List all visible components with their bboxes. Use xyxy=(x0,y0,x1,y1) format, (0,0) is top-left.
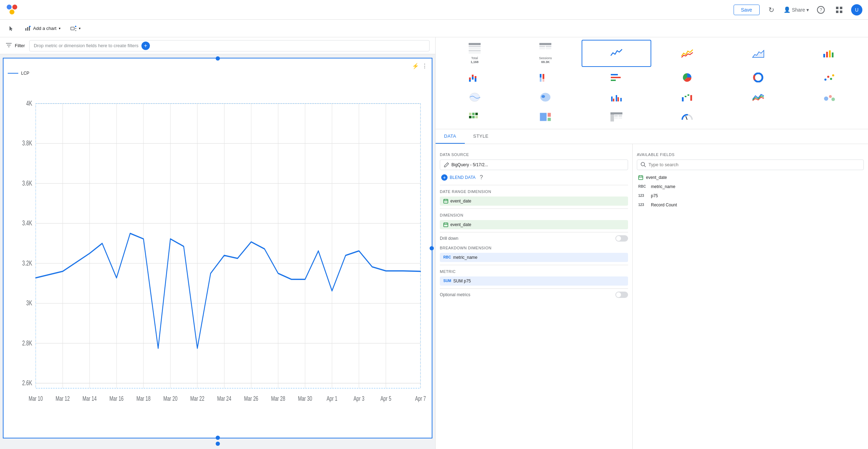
blend-add-icon: + xyxy=(441,174,448,181)
help-button[interactable]: ? xyxy=(815,4,827,16)
drill-down-toggle[interactable] xyxy=(615,235,628,242)
svg-point-138 xyxy=(641,162,645,166)
chart-type-scorecard[interactable]: Sessions69.3K xyxy=(511,40,581,67)
field-item-event-date[interactable]: event_date xyxy=(637,173,864,182)
filter-add-button[interactable]: + xyxy=(141,42,150,50)
chart-type-line[interactable] xyxy=(653,40,722,67)
chart-flash-button[interactable]: ⚡ xyxy=(412,63,419,69)
chart-container[interactable]: ⚡ ⋮ LCP xyxy=(3,58,432,438)
field-item-p75[interactable]: 123 p75 xyxy=(637,191,864,200)
rbc-badge: RBC xyxy=(443,255,451,259)
svg-rect-73 xyxy=(539,48,545,49)
date-range-field-name: event_date xyxy=(450,199,471,204)
donut-chart-icon xyxy=(752,73,765,82)
filter-bar: Filter Drop metric or dimension fields h… xyxy=(0,37,435,54)
optional-metrics-toggle[interactable] xyxy=(615,292,628,298)
cursor-tool-button[interactable] xyxy=(6,23,18,34)
svg-rect-75 xyxy=(823,54,825,57)
svg-rect-86 xyxy=(540,74,541,77)
svg-point-2 xyxy=(9,10,14,14)
svg-text:Mar 16: Mar 16 xyxy=(109,395,123,402)
help-icon: ? xyxy=(817,6,825,14)
chart-svg-wrapper: 4K 3.8K 3.6K 3.4K 3.2K 3K 2.8K 2.6K Mar … xyxy=(8,79,427,428)
field-item-record-count[interactable]: 123 Record Count xyxy=(637,200,864,210)
svg-text:Mar 22: Mar 22 xyxy=(190,395,204,402)
chart-type-100-stacked-bar[interactable] xyxy=(511,68,581,87)
tab-data[interactable]: DATA xyxy=(436,129,465,144)
chart-type-time-series[interactable] xyxy=(582,40,651,67)
grid-icon xyxy=(836,6,843,13)
blend-data-button[interactable]: + BLEND DATA xyxy=(440,173,477,182)
svg-rect-89 xyxy=(611,74,618,75)
apps-button[interactable] xyxy=(833,4,845,16)
refresh-button[interactable]: ↻ xyxy=(765,4,778,16)
svg-rect-7 xyxy=(25,28,26,31)
dimension-field-chip[interactable]: event_date xyxy=(440,220,628,229)
chart-type-scatter[interactable] xyxy=(794,68,864,87)
chart-type-donut[interactable] xyxy=(723,68,793,87)
share-chevron-icon: ▾ xyxy=(806,7,809,13)
share-button[interactable]: 👤 Share ▾ xyxy=(784,6,809,13)
bottom-resize-handle[interactable] xyxy=(216,442,220,446)
multi-line-icon xyxy=(752,92,765,102)
time-series-icon xyxy=(610,48,623,59)
svg-rect-125 xyxy=(614,115,618,117)
panel-right: Available Fields event_date RBC metric_n… xyxy=(633,144,868,449)
cursor-icon xyxy=(8,25,15,32)
filter-drop-zone[interactable]: Drop metric or dimension fields here to … xyxy=(29,40,430,51)
breakdown-field-chip[interactable]: RBC metric_name xyxy=(440,253,628,262)
chart-type-waterfall[interactable] xyxy=(653,88,722,106)
breakdown-section-label: Breakdown Dimension xyxy=(440,246,628,250)
avatar[interactable]: U xyxy=(851,4,862,15)
field-name-event-date: event_date xyxy=(646,175,667,180)
grouped-bar-icon xyxy=(610,92,623,102)
chart-type-pivot-table[interactable] xyxy=(582,108,651,126)
svg-rect-120 xyxy=(540,113,547,121)
tab-style[interactable]: STYLE xyxy=(465,129,497,144)
svg-rect-128 xyxy=(619,117,622,119)
chart-type-grouped-bar[interactable] xyxy=(582,88,651,106)
optional-metrics-row: Optional metrics xyxy=(440,292,628,298)
chart-type-bar[interactable] xyxy=(794,40,864,67)
drill-down-row: Drill down xyxy=(440,235,628,242)
chart-type-table[interactable]: Total1,168 xyxy=(440,40,509,67)
chart-more-button[interactable]: ⋮ xyxy=(422,63,427,69)
add-chart-button[interactable]: Add a chart ▾ xyxy=(22,23,63,34)
add-control-icon xyxy=(70,25,77,32)
search-input[interactable] xyxy=(648,162,860,167)
svg-point-111 xyxy=(824,96,828,101)
chart-type-multi-line[interactable] xyxy=(723,88,793,106)
add-chart-label: Add a chart xyxy=(33,26,57,31)
search-input-wrapper xyxy=(637,160,864,170)
chart-type-pie[interactable] xyxy=(653,68,722,87)
svg-text:3.4K: 3.4K xyxy=(22,219,32,227)
chart-type-geo-map[interactable] xyxy=(440,88,509,106)
date-range-field-chip[interactable]: event_date xyxy=(440,197,628,206)
field-item-metric-name[interactable]: RBC metric_name xyxy=(637,182,864,191)
chart-type-horizontal-bar[interactable] xyxy=(582,68,651,87)
svg-rect-80 xyxy=(469,77,471,80)
panel-left: Data source BigQuery - 5/17/2... + BLEND… xyxy=(436,144,633,449)
filter-label: Filter xyxy=(15,43,25,48)
svg-rect-134 xyxy=(444,223,448,227)
optional-metrics-label: Optional metrics xyxy=(440,292,470,297)
chart-type-stacked-bar[interactable] xyxy=(440,68,509,87)
legend-line xyxy=(8,73,18,74)
save-button[interactable]: Save xyxy=(734,5,760,15)
chart-type-gauge[interactable] xyxy=(653,108,722,126)
chart-type-treemap[interactable] xyxy=(511,108,581,126)
svg-text:Apr 5: Apr 5 xyxy=(380,395,391,402)
svg-rect-6 xyxy=(840,11,842,13)
add-control-button[interactable]: ▾ xyxy=(68,23,83,34)
blend-help-icon[interactable]: ? xyxy=(480,174,483,181)
100-stacked-bar-icon xyxy=(539,73,552,82)
chart-type-area[interactable] xyxy=(723,40,793,67)
chart-type-filled-map[interactable] xyxy=(511,88,581,106)
divider-3 xyxy=(440,232,628,232)
chart-type-heatmap[interactable] xyxy=(440,108,509,126)
metric-field-chip[interactable]: SUM SUM p75 xyxy=(440,276,628,286)
svg-rect-116 xyxy=(475,113,478,115)
chart-type-bubble[interactable] xyxy=(794,88,864,106)
data-source-chip[interactable]: BigQuery - 5/17/2... xyxy=(440,160,628,170)
blend-data-label: BLEND DATA xyxy=(450,175,476,180)
